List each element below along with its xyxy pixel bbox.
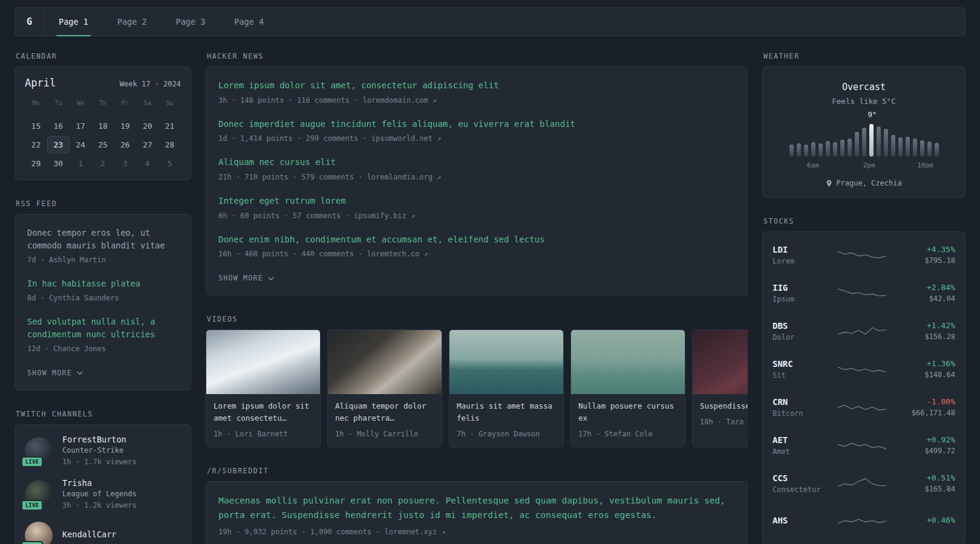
show-more-label: SHOW MORE <box>218 274 263 282</box>
header-tab[interactable]: Page 1 <box>44 8 103 36</box>
calendar-day[interactable]: 27 <box>136 136 158 154</box>
calendar-day[interactable]: 2 <box>92 155 114 172</box>
channel-name-link[interactable]: ForrestBurton <box>62 435 137 444</box>
calendar-day[interactable]: 30 <box>47 155 70 172</box>
video-title-link[interactable]: Nullam posuere cursus ex <box>578 400 678 424</box>
stock-row[interactable]: LDI Lorem +4.35% $795.18 <box>773 236 955 274</box>
video-title-link[interactable]: Lorem ipsum dolor sit amet consectetu… <box>214 400 313 424</box>
feed-item-title-link[interactable]: Donec tempor eros leo, ut commodo mauris… <box>27 227 178 252</box>
stock-row[interactable]: AHS +0.46% <box>773 502 955 540</box>
twitch-channel-row[interactable]: LIVE ForrestBurton Counter-Strike 1h · 1… <box>25 435 181 467</box>
video-thumbnail[interactable] <box>571 330 685 394</box>
stock-row[interactable]: CRN Bitcorn -1.00% $66,171.48 <box>773 388 955 426</box>
stock-change-percent: +0.92% <box>890 435 955 444</box>
channel-meta: 1h · 1.7k viewers <box>62 456 137 467</box>
channel-meta: 3h · 1.2k viewers <box>62 500 137 511</box>
rss-show-more-button[interactable]: SHOW MORE <box>27 369 83 377</box>
calendar-day[interactable]: 23 <box>47 136 70 154</box>
video-thumbnail[interactable] <box>206 330 320 394</box>
stock-symbol: AHS <box>773 516 834 525</box>
calendar-day[interactable]: 24 <box>70 136 92 154</box>
calendar-day[interactable]: 18 <box>92 117 114 135</box>
video-card[interactable]: Mauris sit amet massa felis 7h · Grayson… <box>449 329 564 447</box>
stock-name: Dolor <box>773 333 834 342</box>
feed-item-title-link[interactable]: Integer eget rutrum lorem <box>218 195 735 208</box>
calendar-day[interactable]: 25 <box>92 136 114 154</box>
feed-item-title-link[interactable]: Donec enim nibh, condimentum et accumsan… <box>218 233 735 247</box>
calendar-day[interactable]: 3 <box>114 155 136 172</box>
video-card[interactable]: Nullam posuere cursus ex 17h · Stefan Co… <box>570 329 685 447</box>
hacker-news-widget: HACKER NEWS Lorem ipsum dolor sit amet, … <box>206 52 748 296</box>
hn-show-more-button[interactable]: SHOW MORE <box>218 274 274 282</box>
chevron-down-icon <box>268 277 274 280</box>
feed-item-title-link[interactable]: Lorem ipsum dolor sit amet, consectetur … <box>218 79 735 92</box>
stock-row[interactable]: DBS Dolor +1.42% $156.28 <box>773 312 955 350</box>
feed-item: Lorem ipsum dolor sit amet, consectetur … <box>218 79 735 106</box>
video-thumbnail[interactable] <box>449 330 563 394</box>
subreddit-section-label: /R/SUBREDDIT <box>207 467 748 475</box>
twitch-channel-row[interactable]: LIVE KendallCarr <box>25 522 181 544</box>
feed-item-title-link[interactable]: Aliquam nec cursus elit <box>218 156 735 169</box>
stock-price: $795.18 <box>890 256 955 265</box>
twitch-section-label: TWITCH CHANNELS <box>16 410 191 418</box>
calendar-day[interactable]: 19 <box>114 117 136 135</box>
stock-values: +1.42% $156.28 <box>890 321 955 341</box>
video-title-link[interactable]: Suspendisse diam <box>700 400 748 412</box>
header-tab[interactable]: Page 3 <box>162 8 220 36</box>
calendar-day[interactable]: 20 <box>136 117 158 135</box>
calendar-day[interactable]: 1 <box>70 155 92 172</box>
weather-hour-bar <box>927 141 932 157</box>
weather-peak-temperature: 9° <box>868 111 877 119</box>
stocks-widget: STOCKS LDI Lorem +4.35% $795.18 IIG Ipsu… <box>762 217 965 544</box>
app-logo[interactable]: G <box>15 8 44 36</box>
channel-info: Trisha League of Legends 3h · 1.2k viewe… <box>62 478 137 511</box>
rss-list: Donec tempor eros leo, ut commodo mauris… <box>27 227 178 354</box>
calendar-day[interactable]: 15 <box>25 117 47 135</box>
feed-item-title-link[interactable]: Sed volutpat nulla nisl, a condimentum n… <box>27 316 178 341</box>
stock-list: LDI Lorem +4.35% $795.18 IIG Ipsum +2.84… <box>773 236 955 540</box>
video-title-link[interactable]: Mauris sit amet massa felis <box>457 400 556 424</box>
feed-item-title-link[interactable]: Donec imperdiet augue tincidunt felis al… <box>218 118 735 131</box>
stock-row[interactable]: CCS Consectetur +0.51% $165.84 <box>773 464 955 502</box>
video-thumbnail[interactable] <box>693 330 748 394</box>
video-thumbnail[interactable] <box>328 330 442 394</box>
hacker-news-section-label: HACKER NEWS <box>207 52 748 60</box>
chevron-down-icon <box>77 371 83 375</box>
feed-item-title-link[interactable]: Maecenas mollis pulvinar erat non posuer… <box>218 494 735 522</box>
stock-row[interactable]: AET Amet +0.92% $499.72 <box>773 426 955 464</box>
calendar-weekday-header: Mo <box>25 96 47 110</box>
stock-row[interactable]: SNRC Sit +1.36% $148.64 <box>773 350 955 388</box>
feed-item: Integer eget rutrum lorem 6h · 60 points… <box>218 195 735 221</box>
videos-widget: VIDEOS Lorem ipsum dolor sit amet consec… <box>206 315 748 447</box>
calendar-day[interactable]: 26 <box>114 136 136 154</box>
stock-sparkline-chart <box>838 513 886 530</box>
video-card[interactable]: Suspendisse diam 18h · Tara <box>692 329 748 447</box>
feed-item-title-link[interactable]: In hac habitasse platea <box>27 277 178 290</box>
calendar-weekday-header: Tu <box>47 96 70 110</box>
stock-row[interactable]: IIG Ipsum +2.84% $42.04 <box>773 274 955 312</box>
right-column: WEATHER Overcast Feels like 5°C 9° 6am 2… <box>762 52 965 544</box>
page-tabs: Page 1Page 2Page 3Page 4 <box>44 8 278 36</box>
calendar-day[interactable]: 22 <box>25 136 47 154</box>
header-tab[interactable]: Page 4 <box>220 8 278 36</box>
calendar-day[interactable]: 29 <box>25 155 47 172</box>
video-card[interactable]: Lorem ipsum dolor sit amet consectetu… 1… <box>206 329 321 447</box>
calendar-widget: CALENDAR April Week 17 · 2024 MoTuWeThFr… <box>15 52 191 180</box>
header-tab[interactable]: Page 2 <box>103 8 162 36</box>
calendar-day[interactable]: 4 <box>136 155 158 172</box>
calendar-day[interactable]: 16 <box>47 117 70 135</box>
calendar-day[interactable]: 5 <box>158 155 181 172</box>
weather-hour-bar <box>789 144 794 157</box>
video-card[interactable]: Aliquam tempor dolor nec pharetra… 1h · … <box>327 329 442 447</box>
weather-section-label: WEATHER <box>763 52 965 60</box>
stock-price: $42.04 <box>890 294 955 303</box>
calendar-day[interactable]: 21 <box>158 117 181 135</box>
channel-name-link[interactable]: KendallCarr <box>62 529 116 539</box>
calendar-day[interactable]: 17 <box>70 117 92 135</box>
calendar-day[interactable]: 28 <box>158 136 181 154</box>
twitch-channel-list: LIVE ForrestBurton Counter-Strike 1h · 1… <box>25 435 181 544</box>
video-title-link[interactable]: Aliquam tempor dolor nec pharetra… <box>335 400 434 424</box>
rss-card: Donec tempor eros leo, ut commodo mauris… <box>15 214 191 390</box>
channel-name-link[interactable]: Trisha <box>62 478 137 488</box>
twitch-channel-row[interactable]: LIVE Trisha League of Legends 3h · 1.2k … <box>25 478 181 511</box>
